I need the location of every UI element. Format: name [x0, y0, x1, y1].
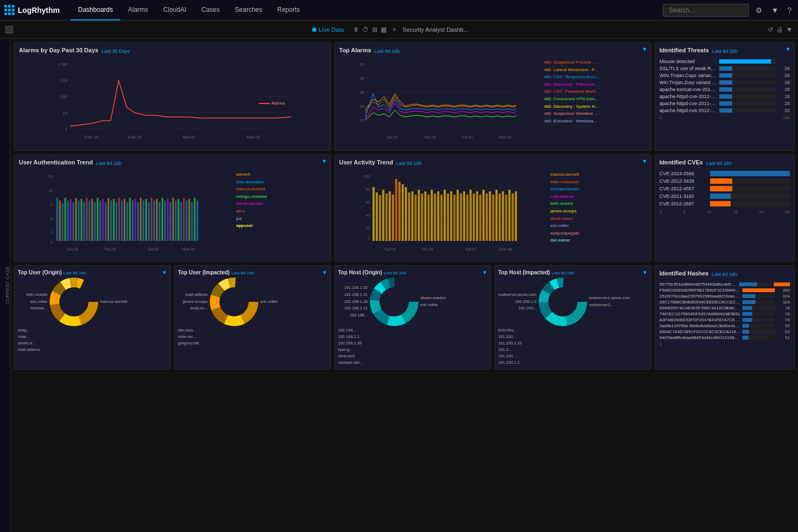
settings-icon[interactable]: ⚙ [753, 6, 765, 15]
hashes-list: 95775c451ed9604d975346Sd8cc4d52ca1cb58..… [659, 282, 790, 340]
svg-rect-150 [505, 195, 507, 241]
svg-rect-46 [70, 199, 72, 241]
svg-rect-54 [92, 199, 93, 241]
svg-rect-52 [86, 198, 88, 241]
threat-bar-6 [719, 101, 777, 106]
search-input[interactable] [663, 4, 749, 17]
donut-impacted-user-left: matt.willems james.scoops andy.cu... [178, 292, 208, 312]
donut-host-impacted-right: webserver1.acme.com webserver2... [589, 295, 630, 309]
top-host-impacted-chart: mailserver.acme.com 160.200.1.9 161.200.… [498, 278, 648, 326]
donut-host-origin-top-1: chris.ford [338, 353, 487, 360]
cves-title: Identified CVEs [659, 159, 703, 165]
filter-icon[interactable]: ▼ [786, 26, 793, 33]
sidebar-label-current-case: CURRENT CASE [5, 266, 10, 305]
svg-text:80: 80 [366, 188, 370, 191]
svg-rect-50 [81, 199, 82, 241]
cve-label-2: CVE-2012-4557 [659, 186, 708, 191]
user-activity-filter[interactable]: ▼ [642, 158, 648, 164]
svg-rect-68 [129, 198, 131, 241]
top-host-origin-filter[interactable]: ▼ [482, 270, 487, 275]
svg-rect-143 [483, 190, 485, 241]
threats-filter[interactable]: ▼ [785, 46, 791, 52]
user-auth-header: User Authentication Trend Last 8d 16h ▼ [19, 159, 326, 168]
top-alarms-filter[interactable]: ▼ [642, 46, 648, 52]
auth-legend-6: joe [236, 215, 267, 223]
svg-text:6: 6 [51, 217, 53, 220]
threat-row-6: apache-httpd-cve-2011-3192 26 [659, 101, 790, 106]
svg-rect-91 [191, 202, 193, 241]
user-activity-chart: 100 80 60 40 20 0 [339, 171, 548, 257]
nav-dashboards[interactable]: Dashboards [71, 0, 121, 20]
svg-rect-122 [415, 195, 417, 241]
live-dot [312, 27, 317, 32]
cve-x-0: 0 [659, 210, 662, 215]
donut-origin-bottom: andy... mike... derek.ol... matt.willems [18, 327, 167, 353]
donut-host-origin-right: alvaro.warden eric.miller [421, 295, 450, 309]
live-indicator: Live Data [312, 26, 343, 33]
svg-rect-140 [473, 194, 475, 241]
user-auth-panel: User Authentication Trend Last 8d 16h ▼ … [14, 154, 331, 262]
hash-label-6: A3F48D90EE53FDF2547B41F87A7C8080 [659, 317, 740, 322]
svg-rect-69 [132, 201, 134, 241]
svg-rect-47 [73, 202, 74, 241]
legend-item-6: AIE: Discovery : System In... [544, 103, 600, 110]
svg-rect-125 [424, 191, 426, 241]
help-icon[interactable]: ? [785, 6, 794, 15]
svg-text:12: 12 [360, 119, 364, 122]
activity-legend-2: michael.lannes [551, 185, 580, 193]
print-icon[interactable]: 🖨 [776, 26, 783, 33]
threat-label-1: SSL/TLS use of weak RC4 cipher [659, 66, 717, 71]
svg-rect-64 [119, 198, 120, 241]
top-host-impacted-filter[interactable]: ▼ [642, 270, 648, 275]
nav-items: Dashboards Alarms CloudAI Cases Searches… [71, 0, 663, 20]
svg-text:0: 0 [51, 240, 53, 244]
alarms-chart: 1.0M 10k 100 10 1 Alarms Feb 16 Feb 23 M… [19, 59, 326, 145]
nav-cases[interactable]: Cases [194, 0, 228, 20]
top-alarms-legend: AIE: Suspicious Process - ... AIE: Later… [544, 59, 600, 145]
svg-rect-134 [453, 195, 456, 241]
legend-item-5: AIE: Concurrent VPN from... [544, 95, 600, 103]
user-icon[interactable]: ▼ [769, 6, 781, 15]
user-auth-filter[interactable]: ▼ [321, 158, 327, 164]
svg-point-186 [380, 288, 408, 316]
expand-icon[interactable]: ⊞ [372, 26, 377, 33]
sidebar-toggle[interactable] [5, 26, 13, 33]
separator: ≡ [393, 26, 396, 32]
svg-rect-153 [515, 191, 517, 241]
clock-icon[interactable]: ⏱ [362, 26, 369, 33]
nav-reports[interactable]: Reports [270, 0, 307, 20]
donut-origin-bottom-0: andy... [18, 327, 167, 334]
donut-host-impacted-bottom-1: 161.200... [498, 334, 648, 340]
hash-row-9: 9407fad6ffc4dae88453d34c48021015607a1e..… [659, 335, 790, 340]
svg-rect-93 [197, 201, 198, 241]
grid-icon[interactable]: ▦ [381, 26, 387, 33]
nav-searches[interactable]: Searches [228, 0, 270, 20]
nav-alarms[interactable]: Alarms [120, 0, 155, 20]
donut-host-impacted-corner-0: 161.2... [498, 347, 648, 353]
svg-rect-60 [108, 198, 109, 241]
top-user-impacted-filter[interactable]: ▼ [322, 270, 327, 275]
legend-item-3: AIE: Discovery : Permissio... [544, 81, 600, 88]
cve-x-4: 20 [759, 210, 764, 215]
svg-rect-149 [502, 191, 504, 241]
svg-rect-58 [102, 199, 104, 241]
legend-item-2: AIE: CSC: Temporary Acco... [544, 73, 600, 81]
refresh-icon[interactable]: ↺ [768, 26, 773, 33]
svg-rect-124 [421, 194, 423, 241]
top-alarms-content: 60 48 36 24 12 Tue 03 Thu 05 Sat 07 [339, 59, 646, 145]
top-user-origin-filter[interactable]: ▼ [162, 270, 167, 275]
activity-legend-4: beth.nickels [551, 200, 580, 208]
donut-impacted-user-bottom: dan.kais... mike.mc... gregory.mill... [178, 327, 327, 347]
svg-text:0: 0 [368, 237, 370, 240]
threat-row-3: Win.Trojan.Zusy variant outbound co... 2… [659, 80, 790, 85]
nav-right: ⚙ ▼ ? [663, 4, 794, 17]
nav-cloudai[interactable]: CloudAI [156, 0, 194, 20]
top-user-impacted-title: Top User (Impacted) [178, 270, 230, 275]
donut-origin-left-2: michael... [18, 305, 47, 312]
cve-bar-0 [710, 171, 790, 176]
pause-icon[interactable]: ⏸ [353, 26, 359, 33]
svg-text:9: 9 [51, 203, 53, 206]
svg-rect-77 [154, 201, 155, 241]
svg-rect-126 [428, 195, 430, 241]
svg-rect-84 [173, 198, 174, 241]
